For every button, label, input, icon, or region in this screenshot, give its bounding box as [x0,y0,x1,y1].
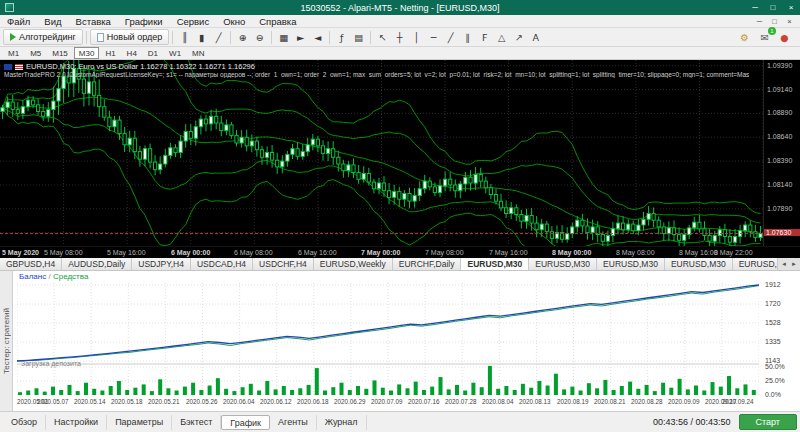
zoom-out-icon[interactable]: ⊖ [251,29,268,45]
menu-item[interactable]: Вставка [69,15,118,27]
tester-sidebar-label: Тестер: стратегий [2,308,11,374]
candles-chart-icon[interactable]: ▮ [193,29,210,45]
tester-sidebar[interactable]: Тестер: стратегий [0,271,13,411]
time-axis-label: 7 May 16:00 [489,249,528,256]
close-button[interactable]: × [782,0,800,15]
price-chart[interactable]: EURUSD,M30: Euro vs US Dollar 1.16278 1.… [0,60,800,246]
time-axis: 5 May 20205 May 08:005 May 16:006 May 00… [0,246,800,258]
arrow-marker-icon[interactable]: ↗ [510,29,527,45]
time-axis-label: 8 May 08:00 [616,249,655,256]
chat-icon[interactable]: ✉1 [756,29,773,45]
autoscroll-icon[interactable]: ► [292,29,309,45]
crosshair-icon[interactable]: ┼ [391,29,408,45]
menu-item[interactable]: Окно [216,15,252,27]
tester-tab[interactable]: Агенты [270,415,317,430]
vertical-line-icon[interactable]: │ [408,29,425,45]
tester-tab[interactable]: Бэктест [172,415,221,430]
channel-icon[interactable]: ∥ [459,29,476,45]
timeframe-M15[interactable]: M15 [47,47,73,59]
text-label-icon[interactable]: A [527,29,544,45]
bars-chart-icon[interactable]: ║ [176,29,193,45]
current-price-tag: 1.07630 [764,229,800,236]
zoom-in-icon[interactable]: ⊕ [234,29,251,45]
tester-date-label: 2020.05.14 [74,398,106,405]
mdi-restore-button[interactable]: □ [767,16,782,27]
chart-tab[interactable]: EURCHF,Daily [393,258,462,270]
chart-shift-icon[interactable]: ◄ [309,29,326,45]
tester-date-label: 2020.08.21 [594,398,626,405]
tab-scroll-left[interactable]: ◄ [779,261,789,267]
balance-chart[interactable] [17,283,759,395]
window-titlebar: 15030552 - Alpari-MT5 - Netting - [EURUS… [0,0,800,15]
indicators-icon[interactable]: ƒ [333,29,350,45]
tester-tab[interactable]: Обзор [3,415,46,430]
tester-date-label: 2020.09.24 [722,398,754,405]
mdi-window-controls: ─□× [752,16,800,27]
notification-badge: 1 [768,27,776,35]
line-chart-icon[interactable]: ╱ [210,29,227,45]
new-chart-icon[interactable]: ▦ [275,29,292,45]
shapes-icon[interactable]: △ [493,29,510,45]
menu-item[interactable]: Графики [118,15,170,27]
timeframe-D1[interactable]: D1 [143,47,163,59]
chart-tab[interactable]: USDCAD,H4 [191,258,253,270]
alerts-icon[interactable]: ● [776,29,793,45]
timeframe-W1[interactable]: W1 [164,47,186,59]
tab-scroll-control: ◄► [777,258,800,270]
window-title: 15030552 - Alpari-MT5 - Netting - [EURUS… [0,3,800,13]
toolbar-separator [329,31,330,44]
timeframe-MN[interactable]: MN [187,47,209,59]
chart-tab[interactable]: EURUSD,M30 [665,258,733,270]
candlestick-chart[interactable] [0,60,763,246]
chart-tab[interactable]: USDCHF,H4 [253,258,314,270]
tester-date-label: 2020.08.19 [557,398,589,405]
tester-date-label: 2020.06.04 [223,398,255,405]
mdi-minimize-button[interactable]: ─ [752,16,767,27]
timeframe-H4[interactable]: H4 [122,47,142,59]
menu-item[interactable]: Файл [0,15,37,27]
timeframes-menu-icon[interactable]: ▤ [350,29,367,45]
menu-item[interactable]: Вид [37,15,68,27]
trendline-icon[interactable]: ╱ [442,29,459,45]
algo-trading-button[interactable]: Алготрейдинг [3,29,83,45]
cursor-icon[interactable]: ↖ [374,29,391,45]
time-axis-label: 5 May 2020 [2,249,39,256]
chart-tab[interactable]: EURUSD,M30 [461,258,529,270]
timeframe-M30[interactable]: M30 [74,47,100,59]
horizontal-line-icon[interactable]: ─ [425,29,442,45]
tester-tab[interactable]: Журнал [317,415,367,430]
chart-tab[interactable]: EURUSD,M30 [597,258,665,270]
fibonacci-icon[interactable]: F [476,29,493,45]
chart-tab[interactable]: GBPUSD,H4 [0,258,62,270]
timeframe-M5[interactable]: M5 [25,47,46,59]
tester-graph-area[interactable]: Баланс / Средства Загрузка депозита 1912… [13,271,800,411]
tester-tab[interactable]: Настройки [46,415,107,430]
tab-scroll-right[interactable]: ► [789,261,799,267]
price-label: 1.09140 [767,86,792,93]
time-axis-label: 7 May 00:00 [361,249,400,256]
chart-tab[interactable]: EURUSD,M30 [529,258,597,270]
price-label: 1.08890 [767,109,792,116]
maximize-button[interactable]: □ [764,0,782,15]
timeframe-M1[interactable]: M1 [3,47,24,59]
timeframe-H1[interactable]: H1 [100,47,120,59]
chart-tab[interactable]: EURUSD,Weekly [314,258,393,270]
new-order-button[interactable]: Новый ордер [90,29,169,45]
time-axis-label: 5 May 16:00 [107,249,146,256]
app-icon [5,3,14,12]
deposit-scale-label: 0.0% [765,391,781,398]
tester-tab[interactable]: График [221,415,270,430]
chart-tab[interactable]: USDJPY,H4 [132,258,191,270]
menu-item[interactable]: Сервис [170,15,217,27]
minimize-button[interactable]: ─ [746,0,764,15]
menu-item[interactable]: Справка [252,15,303,27]
mdi-close-button[interactable]: × [782,16,797,27]
settings-icon[interactable]: ⚙ [736,29,753,45]
tester-tab[interactable]: Параметры [107,415,172,430]
time-axis-label: 7 May 08:00 [425,249,464,256]
usd-flag-icon [15,64,23,70]
time-axis-label: 6 May 08:00 [234,249,273,256]
start-button[interactable]: Старт [739,414,797,430]
chart-tab[interactable]: AUDUSD,Daily [62,258,132,270]
tester-date-label: 2020.08.13 [519,398,551,405]
